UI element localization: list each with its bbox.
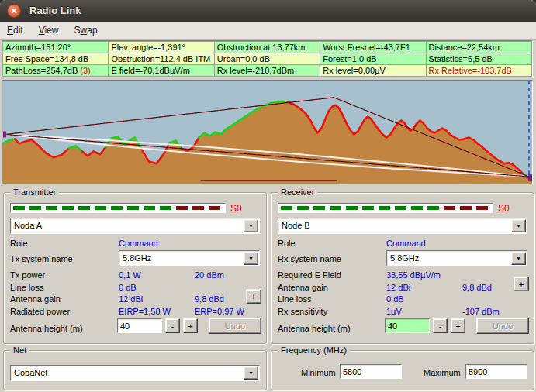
tx-signal-unit-label: S0	[230, 203, 242, 214]
frequency-min-label: Minimum	[301, 368, 336, 378]
tx-gain-label: Antenna gain	[10, 294, 61, 304]
tx-unit-combo-value: Noda A	[14, 221, 42, 230]
info-cell-elev-angle: Elev. angle=-1,391°	[109, 42, 213, 53]
tx-power-w-value: 0,1 W	[119, 270, 141, 280]
tx-system-label: Tx system name	[10, 254, 73, 264]
window-title: Radio Link	[29, 5, 81, 16]
net-combo-value: CobaNet	[14, 368, 47, 377]
info-cell-worst-fresnel: Worst Fresnel=-43,7F1	[320, 42, 425, 53]
receiver-group-title: Receiver	[278, 187, 317, 197]
rx-efield-value: 33,55 dBµV/m	[386, 270, 441, 280]
frequency-min-input[interactable]	[340, 364, 402, 379]
rx-height-minus-button[interactable]: -	[433, 318, 448, 333]
tx-erp-value: ERP=0,97 W	[195, 307, 244, 317]
tx-height-plus-button[interactable]: +	[183, 318, 198, 333]
net-group: Net CobaNet ▼	[3, 350, 267, 390]
info-cell-rx-level-dbm: Rx level=-210,7dBm	[215, 65, 320, 76]
rx-sensitivity-uv-value: 1µV	[386, 307, 402, 317]
info-cell-free-space: Free Space=134,8 dB	[3, 53, 108, 64]
dropdown-arrow-icon[interactable]: ▼	[244, 219, 258, 232]
rx-height-label: Antenna height (m)	[278, 324, 351, 334]
titlebar: ✕ Radio Link	[0, 0, 536, 22]
info-cell-e-field: E field=-70,1dBµV/m	[109, 65, 213, 76]
info-cell-rx-level-uv: Rx level=0,00µV	[320, 65, 425, 76]
tx-system-combo-value: 5.8GHz	[123, 253, 151, 263]
receiver-group: Receiver S0 Node B ▼ Role Command Rx sys…	[271, 192, 534, 344]
rx-lineloss-label: Line loss	[278, 294, 311, 304]
info-cell-statistics: Statistics=6,5 dB	[427, 53, 531, 64]
info-cell-obstruction-loss: Obstruction=112,4 dB ITM	[109, 53, 213, 64]
pathloss-mode-flag: (3)	[78, 66, 91, 75]
tx-eirp-value: EIRP=1,58 W	[119, 307, 171, 317]
rx-role-value: Command	[386, 239, 426, 249]
rx-unit-combo[interactable]: Node B ▼	[278, 218, 527, 234]
info-cell-distance: Distance=22,54km	[427, 42, 531, 53]
close-button[interactable]: ✕	[7, 4, 21, 18]
info-cell-azimuth: Azimuth=151,20°	[3, 42, 108, 53]
info-cell-obstruction-at: Obstruction at 13,77km	[215, 42, 320, 53]
dropdown-arrow-icon[interactable]: ▼	[244, 366, 258, 380]
rx-system-label: Rx system name	[278, 254, 341, 264]
rx-unit-combo-value: Node B	[282, 221, 310, 230]
rx-signal-meter	[278, 203, 493, 213]
frequency-max-label: Maximum	[424, 368, 461, 378]
tx-height-minus-button[interactable]: -	[165, 318, 180, 333]
rx-role-label: Role	[278, 239, 296, 249]
dropdown-arrow-icon[interactable]: ▼	[511, 252, 526, 265]
tx-lineloss-label: Line loss	[10, 283, 43, 293]
rx-efield-label: Required E Field	[278, 270, 341, 280]
terrain-profile-svg	[2, 81, 532, 184]
net-combo[interactable]: CobaNet ▼	[10, 365, 260, 381]
rx-system-combo[interactable]: 5.8GHz ▼	[386, 250, 527, 266]
rx-undo-button[interactable]: Undo	[476, 318, 529, 334]
menu-item-swap[interactable]: Swap	[74, 25, 98, 36]
rx-gain-dbd-value: 9,8 dBd	[462, 283, 492, 293]
tx-role-label: Role	[10, 239, 28, 249]
frequency-max-input[interactable]	[465, 364, 527, 379]
info-cell-pathloss: PathLoss=254,7dB (3)	[3, 65, 108, 76]
dropdown-arrow-icon[interactable]: ▼	[244, 252, 258, 265]
tx-power-dbm-value: 20 dBm	[195, 270, 224, 280]
rx-gain-dbi-value: 12 dBi	[386, 283, 410, 293]
rx-height-input[interactable]	[385, 318, 430, 333]
tx-height-label: Antenna height (m)	[10, 324, 83, 334]
tx-system-combo[interactable]: 5.8GHz ▼	[119, 250, 260, 266]
rx-gain-plus-button[interactable]: +	[514, 277, 529, 291]
frequency-group-title: Frequency (MHz)	[278, 346, 350, 355]
rx-height-plus-button[interactable]: +	[451, 318, 465, 333]
transmitter-group: Transmitter S0 Noda A ▼ Role Command Tx …	[3, 192, 267, 344]
tx-radiated-label: Radiated power	[10, 307, 70, 317]
info-cell-rx-relative: Rx Relative=-103,7dB	[427, 65, 531, 76]
frequency-group: Frequency (MHz) Minimum Maximum	[271, 350, 534, 390]
transmitter-group-title: Transmitter	[10, 187, 59, 197]
menu-bar: Edit View Swap	[0, 22, 536, 40]
rx-lineloss-value: 0 dB	[386, 294, 404, 304]
tx-gain-dbi-value: 12 dBi	[119, 294, 143, 304]
rx-signal-unit-label: S0	[498, 203, 510, 214]
tx-unit-combo[interactable]: Noda A ▼	[10, 218, 260, 234]
tx-signal-meter	[10, 203, 226, 213]
menu-item-edit[interactable]: Edit	[7, 25, 23, 36]
rx-sensitivity-dbm-value: -107 dBm	[462, 307, 500, 317]
radio-link-window: ✕ Radio Link Edit View Swap Azimuth=151,…	[0, 0, 536, 392]
tx-power-label: Tx power	[10, 270, 45, 280]
info-cell-forest: Forest=1,0 dB	[320, 53, 425, 64]
close-icon: ✕	[10, 6, 17, 15]
rx-sensitivity-label: Rx sensitivity	[278, 307, 327, 317]
tx-gain-dbd-value: 9,8 dBd	[195, 294, 224, 304]
menu-item-view[interactable]: View	[39, 25, 59, 36]
net-group-title: Net	[10, 346, 29, 355]
terrain-profile-chart	[2, 80, 533, 184]
info-cell-urban: Urban=0,0 dB	[215, 53, 320, 64]
rx-system-combo-value: 5.8GHz	[390, 253, 419, 263]
tx-gain-plus-button[interactable]: +	[246, 289, 261, 304]
tx-height-input[interactable]	[117, 318, 162, 333]
link-info-panel: Azimuth=151,20° Elev. angle=-1,391° Obst…	[2, 40, 533, 77]
dropdown-arrow-icon[interactable]: ▼	[511, 219, 526, 232]
rx-gain-label: Antenna gain	[278, 283, 328, 293]
tx-undo-button[interactable]: Undo	[209, 318, 261, 334]
tx-lineloss-value: 0 dB	[119, 283, 137, 293]
tx-role-value: Command	[119, 239, 158, 249]
